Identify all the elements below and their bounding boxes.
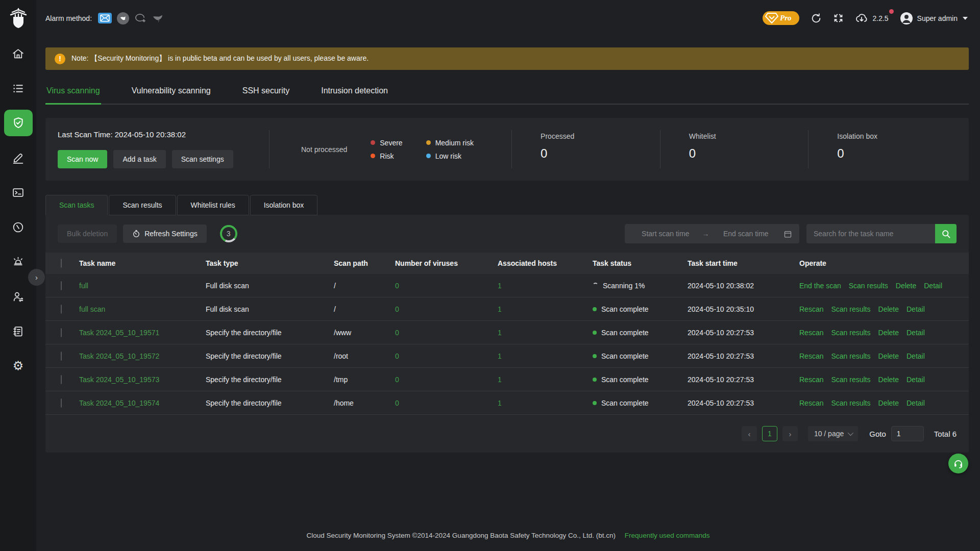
rescan-link[interactable]: Rescan [799, 305, 823, 313]
tab-vulnerability-scanning[interactable]: Vulnerability scanning [131, 83, 212, 104]
rescan-link[interactable]: Rescan [799, 375, 823, 384]
current-page-button[interactable]: 1 [762, 426, 777, 441]
delete-link[interactable]: Delete [878, 375, 899, 384]
host-count-link[interactable]: 1 [498, 329, 593, 337]
scan-results-link[interactable]: Scan results [831, 329, 870, 337]
task-name-link[interactable]: full [79, 282, 206, 290]
refresh-icon[interactable] [811, 13, 822, 24]
row-checkbox[interactable] [61, 328, 62, 337]
scan-now-button[interactable]: Scan now [58, 150, 107, 168]
sidebar-item-terminal[interactable] [4, 179, 33, 206]
task-name-link[interactable]: Task 2024_05_10_19574 [79, 399, 206, 407]
sidebar-item-security-active[interactable] [4, 110, 33, 136]
scan-settings-button[interactable]: Scan settings [172, 150, 233, 168]
search-button[interactable] [935, 224, 957, 243]
support-float-button[interactable] [948, 454, 968, 473]
feishu-icon[interactable] [117, 12, 129, 24]
host-count-link[interactable]: 1 [498, 305, 593, 313]
delete-link[interactable]: Delete [896, 282, 916, 290]
sidebar-item-settings[interactable]: ⚙ [4, 353, 33, 379]
version-update[interactable]: 2.2.5 [855, 13, 888, 23]
subtab-scan-tasks[interactable]: Scan tasks [45, 195, 108, 215]
delete-link[interactable]: Delete [878, 329, 899, 337]
next-page-button[interactable]: › [782, 426, 798, 441]
scan-results-link[interactable]: Scan results [831, 399, 870, 407]
scan-results-link[interactable]: Scan results [831, 305, 870, 313]
frequently-used-commands-link[interactable]: Frequently used commands [625, 532, 710, 539]
virus-count-link[interactable]: 0 [395, 375, 498, 384]
goto-page-input[interactable] [891, 426, 924, 441]
tab-ssh-security[interactable]: SSH security [241, 83, 290, 104]
row-checkbox[interactable] [61, 352, 62, 361]
row-checkbox[interactable] [61, 305, 62, 314]
sidebar-item-edit[interactable] [4, 144, 33, 171]
sidebar-item-logs[interactable] [4, 318, 33, 344]
rescan-link[interactable]: Rescan [799, 399, 823, 407]
virus-count-link[interactable]: 0 [395, 329, 498, 337]
host-count-link[interactable]: 1 [498, 399, 593, 407]
virus-count-link[interactable]: 0 [395, 352, 498, 360]
task-search-input[interactable] [806, 224, 935, 243]
delete-link[interactable]: Delete [878, 305, 899, 313]
sidebar-item-users[interactable] [4, 283, 33, 310]
subtab-scan-results[interactable]: Scan results [109, 195, 176, 215]
detail-link[interactable]: Detail [906, 305, 925, 313]
terminal-icon [12, 186, 24, 199]
scan-results-link[interactable]: Scan results [849, 282, 888, 290]
task-name-link[interactable]: Task 2024_05_10_19571 [79, 329, 206, 337]
task-name-link[interactable]: full scan [79, 305, 206, 313]
rescan-link[interactable]: Rescan [799, 329, 823, 337]
stat-processed: Processed 0 [511, 130, 660, 168]
sidebar-item-list[interactable] [4, 75, 33, 102]
task-name-link[interactable]: Task 2024_05_10_19572 [79, 352, 206, 360]
detail-link[interactable]: Detail [906, 375, 925, 384]
logbook-icon [12, 325, 24, 338]
detail-link[interactable]: Detail [924, 282, 942, 290]
virus-count-link[interactable]: 0 [395, 305, 498, 313]
row-checkbox[interactable] [61, 375, 62, 384]
per-page-select[interactable]: 10 / page [808, 426, 858, 441]
delete-link[interactable]: Delete [878, 399, 899, 407]
fullscreen-icon[interactable] [833, 13, 844, 23]
detail-link[interactable]: Detail [906, 399, 925, 407]
tab-intrusion-detection[interactable]: Intrusion detection [320, 83, 389, 104]
scan-results-link[interactable]: Scan results [831, 375, 870, 384]
virus-count-link[interactable]: 0 [395, 399, 498, 407]
prev-page-button[interactable]: ‹ [742, 426, 757, 441]
tab-virus-scanning[interactable]: Virus scanning [45, 83, 101, 104]
user-menu[interactable]: Super admin [900, 12, 968, 25]
footer: Cloud Security Monitoring System ©2014-2… [36, 532, 980, 539]
end-scan-link[interactable]: End the scan [799, 282, 841, 290]
task-type: Specify the directory/file [206, 329, 334, 337]
detail-link[interactable]: Detail [906, 352, 925, 360]
sidebar-expand-button[interactable]: › [28, 269, 45, 286]
avatar-icon [900, 12, 913, 25]
row-checkbox[interactable] [61, 398, 62, 408]
scan-time-range-picker[interactable]: Start scan time → End scan time [625, 224, 799, 243]
host-count-link[interactable]: 1 [498, 375, 593, 384]
stat-isolation-value: 0 [837, 146, 957, 161]
detail-link[interactable]: Detail [906, 329, 925, 337]
add-task-button[interactable]: Add a task [113, 150, 165, 168]
subtab-whitelist-rules[interactable]: Whitelist rules [177, 195, 249, 215]
refresh-settings-button[interactable]: Refresh Settings [123, 224, 207, 243]
wecom-chat-icon[interactable] [134, 13, 147, 24]
select-all-checkbox[interactable] [61, 259, 62, 268]
version-label: 2.2.5 [872, 14, 888, 22]
row-checkbox[interactable] [61, 281, 62, 290]
sidebar-item-monitor[interactable] [4, 214, 33, 240]
mail-icon[interactable] [98, 13, 112, 23]
pro-badge[interactable]: Pro [763, 11, 800, 25]
sidebar-item-alarm[interactable] [4, 248, 33, 275]
bulk-deletion-button[interactable]: Bulk deletion [58, 224, 117, 243]
delete-link[interactable]: Delete [878, 352, 899, 360]
rescan-link[interactable]: Rescan [799, 352, 823, 360]
host-count-link[interactable]: 1 [498, 282, 593, 290]
host-count-link[interactable]: 1 [498, 352, 593, 360]
virus-count-link[interactable]: 0 [395, 282, 498, 290]
scan-results-link[interactable]: Scan results [831, 352, 870, 360]
dingtalk-icon[interactable] [152, 13, 164, 23]
task-name-link[interactable]: Task 2024_05_10_19573 [79, 375, 206, 384]
sidebar-item-home[interactable] [4, 40, 33, 67]
subtab-isolation-box[interactable]: Isolation box [250, 195, 318, 215]
